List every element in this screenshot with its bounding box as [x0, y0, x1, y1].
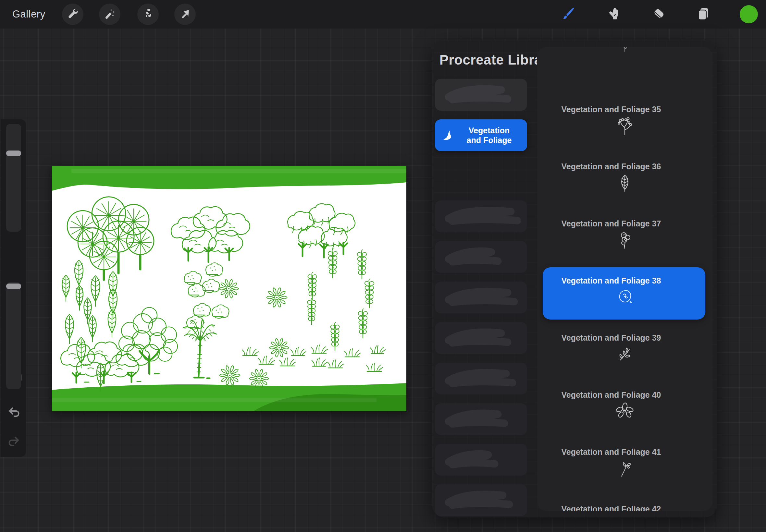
color-swatch: [740, 5, 758, 23]
undo-button[interactable]: [7, 405, 21, 419]
brush-set-label: Vegetation and Foliage: [456, 126, 527, 145]
redacted-scribble: [443, 408, 521, 430]
partial-brush-thumbnail-icon: [621, 47, 629, 54]
eraser-icon: [651, 6, 666, 22]
canvas-artwork: [52, 166, 407, 411]
paint-tool-button[interactable]: [557, 4, 579, 25]
brush-set-list: Vegetation and Foliage: [435, 41, 527, 517]
brush-set-card-redacted[interactable]: [435, 79, 527, 111]
redacted-scribble: [443, 83, 521, 106]
redo-button[interactable]: [7, 435, 21, 448]
redacted-scribble: [443, 367, 521, 390]
brush-item[interactable]: Vegetation and Foliage 39: [537, 333, 712, 365]
selection-button[interactable]: [137, 4, 159, 25]
adjustments-button[interactable]: [99, 4, 120, 25]
redacted-scribble: [443, 205, 521, 228]
brush-item[interactable]: Vegetation and Foliage 36: [537, 162, 712, 194]
selection-icon: [141, 7, 154, 21]
leaf-icon: [616, 174, 634, 193]
brush-set-card-redacted[interactable]: [435, 282, 527, 313]
brush-set-card-vegetation-and-foliage[interactable]: Vegetation and Foliage: [435, 119, 527, 151]
gallery-button[interactable]: Gallery: [12, 0, 45, 29]
rose-cluster-icon: [616, 231, 634, 250]
leafy-branch-icon: [616, 345, 634, 364]
brush-set-card-redacted[interactable]: [435, 444, 527, 476]
paintbrush-icon: [561, 6, 576, 22]
brush-item[interactable]: Vegetation and Foliage 37: [537, 219, 712, 251]
color-button[interactable]: [738, 4, 760, 25]
transform-button[interactable]: [174, 4, 196, 25]
blossom-tree-icon: [616, 117, 634, 136]
brush-set-card-redacted[interactable]: [435, 200, 527, 232]
redacted-scribble: [443, 286, 521, 309]
actions-button[interactable]: [62, 4, 83, 25]
redacted-scribble: [443, 327, 521, 349]
round-bloom-icon: [616, 288, 634, 307]
sprig-icon: [616, 459, 634, 478]
brush-list: Vegetation and Foliage 35 Vegetation and…: [537, 47, 712, 511]
erase-tool-button[interactable]: [648, 4, 670, 25]
brush-set-card-redacted[interactable]: [435, 403, 527, 435]
magic-wand-icon: [103, 7, 116, 21]
layers-button[interactable]: [693, 4, 714, 25]
smudge-tool-button[interactable]: [603, 4, 624, 25]
redacted-scribble: [443, 489, 521, 512]
transform-arrow-icon: [179, 7, 191, 21]
drawing-canvas[interactable]: [52, 166, 407, 411]
opacity-handle[interactable]: [6, 284, 21, 289]
brush-item-selected[interactable]: Vegetation and Foliage 38: [537, 276, 712, 308]
brush-size-slider[interactable]: [6, 124, 21, 232]
brush-set-card-redacted[interactable]: [435, 322, 527, 354]
brush-set-card-redacted[interactable]: [435, 241, 527, 273]
brush-item[interactable]: Vegetation and Foliage 42: [537, 504, 712, 511]
brush-size-handle[interactable]: [6, 151, 21, 156]
brush-item[interactable]: Vegetation and Foliage 40: [537, 390, 712, 422]
smudge-icon: [606, 6, 621, 22]
brush-item[interactable]: Vegetation and Foliage 41: [537, 447, 712, 479]
layers-icon: [696, 6, 711, 22]
brush-item[interactable]: Vegetation and Foliage 35: [537, 105, 712, 137]
brush-set-card-redacted[interactable]: [435, 484, 527, 516]
wrench-icon: [67, 7, 79, 21]
redacted-scribble: [443, 448, 521, 471]
redacted-scribble: [443, 246, 521, 268]
top-toolbar: Gallery: [0, 0, 766, 29]
brush-stroke-swoosh-icon: [441, 128, 456, 143]
brush-library-panel: Procreate Library Vegetation and Foliage: [432, 41, 717, 517]
opacity-slider[interactable]: [6, 282, 21, 389]
brush-set-card-redacted[interactable]: [435, 363, 527, 394]
five-petal-flower-icon: [615, 402, 635, 421]
sidebar: [1, 119, 26, 457]
